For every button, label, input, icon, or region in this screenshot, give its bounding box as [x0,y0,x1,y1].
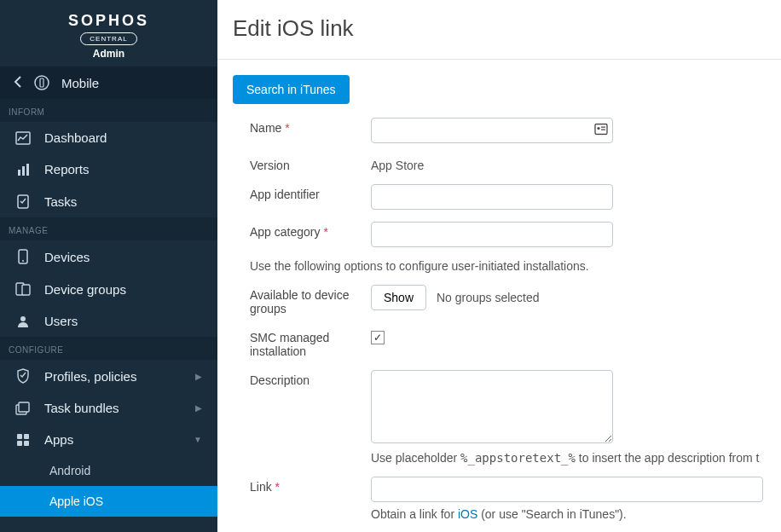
sidebar-item-label: Dashboard [44,130,107,145]
chevron-right-icon: ▶ [195,403,202,413]
svg-point-19 [597,127,599,130]
sidebar-item-label: Devices [44,250,90,264]
svg-rect-4 [22,166,25,176]
shield-icon [15,368,31,384]
label-smc-managed: SMC managed installation [233,327,371,358]
main-content: Edit iOS link Search in iTunes Name * Ve… [217,0,781,532]
label-app-category: App category * [233,222,371,239]
users-icon [15,315,31,328]
label-link: Link * [233,477,371,494]
svg-rect-21 [601,130,605,130]
row-smc-managed: SMC managed installation ✓ [233,327,781,358]
dashboard-icon [15,131,31,145]
groups-note: No groups selected [437,291,540,304]
chevron-down-icon: ▼ [194,435,202,444]
sidebar-item-label: Tasks [44,194,77,209]
svg-rect-20 [601,127,605,128]
chevron-right-icon: ▶ [195,372,202,381]
row-link: Link * Obtain a link for iOS (or use "Se… [233,477,781,521]
svg-rect-16 [17,441,22,446]
row-name: Name * [233,118,781,143]
back-icon[interactable] [14,76,22,90]
mobile-context-icon [34,75,49,90]
config-hint: Use the following options to configure u… [233,259,781,273]
row-available-groups: Available to device groups Show No group… [233,285,781,315]
svg-rect-10 [22,285,30,295]
svg-rect-5 [26,164,29,176]
brand-role: Admin [0,48,217,60]
sidebar-subitem-label: Android [49,464,90,477]
description-input[interactable] [371,370,613,443]
smc-checkbox[interactable]: ✓ [371,331,385,344]
label-app-identifier: App identifier [233,184,371,201]
tasks-icon [15,194,31,209]
sidebar-item-label: Apps [44,432,73,447]
apps-icon [15,433,31,447]
search-itunes-button[interactable]: Search in iTunes [233,75,350,104]
sidebar-item-apps[interactable]: Apps ▼ [0,424,217,455]
picker-icon[interactable] [594,124,608,138]
section-configure: CONFIGURE [0,337,217,360]
brand-block: SOPHOS CENTRAL Admin [0,0,217,66]
svg-rect-17 [24,441,29,446]
task-bundles-icon [15,402,31,415]
row-app-category: App category * [233,222,781,247]
device-groups-icon [15,281,31,297]
svg-rect-15 [24,434,29,439]
ios-link[interactable]: iOS [458,507,477,521]
sidebar-item-label: Users [44,314,78,328]
devices-icon [15,249,31,264]
label-description: Description [233,370,371,387]
sidebar-item-reports[interactable]: Reports [0,153,217,185]
svg-rect-3 [18,170,20,176]
context-label: Mobile [61,76,99,90]
section-manage: MANAGE [0,217,217,240]
svg-rect-13 [19,402,29,412]
row-description: Description Use placeholder %_appstorete… [233,370,781,465]
brand-subtitle: CENTRAL [80,32,136,45]
svg-point-11 [20,316,26,321]
app-identifier-input[interactable] [371,184,613,210]
svg-rect-14 [17,434,22,439]
label-name: Name * [233,118,371,135]
brand-name: SOPHOS [0,12,217,30]
sidebar-item-label: Profiles, policies [44,369,136,384]
context-row: Mobile [0,66,217,99]
svg-point-8 [22,260,24,262]
sidebar-item-profiles[interactable]: Profiles, policies ▶ [0,360,217,392]
sidebar: SOPHOS CENTRAL Admin Mobile INFORM Dashb… [0,0,217,532]
sidebar-item-devices[interactable]: Devices [0,240,217,273]
reports-icon [15,163,31,176]
sidebar-item-label: Reports [44,162,90,176]
sidebar-subitem-apple-ios[interactable]: Apple iOS [0,486,217,517]
label-available-groups: Available to device groups [233,285,371,315]
description-hint: Use placeholder %_appstoretext_% to inse… [371,451,766,465]
app-category-input[interactable] [371,222,613,247]
section-inform: INFORM [0,99,217,122]
row-version: Version App Store [233,155,781,172]
sidebar-subitem-android[interactable]: Android [0,455,217,486]
name-input[interactable] [371,118,613,143]
sidebar-item-dashboard[interactable]: Dashboard [0,122,217,153]
version-value: App Store [371,155,424,172]
divider [217,59,781,60]
link-hint: Obtain a link for iOS (or use "Search in… [371,507,766,521]
sidebar-item-tasks[interactable]: Tasks [0,185,217,217]
sidebar-item-label: Task bundles [44,401,119,415]
svg-rect-1 [40,78,43,87]
show-groups-button[interactable]: Show [371,285,426,310]
sidebar-item-label: Device groups [44,282,126,297]
label-version: Version [233,155,371,172]
sidebar-item-task-bundles[interactable]: Task bundles ▶ [0,392,217,424]
sidebar-subitem-label: Apple iOS [49,494,103,508]
page-title: Edit iOS link [233,15,781,42]
sidebar-item-users[interactable]: Users [0,305,217,337]
sidebar-item-device-groups[interactable]: Device groups [0,273,217,305]
link-input[interactable] [371,477,763,502]
row-app-identifier: App identifier [233,184,781,210]
